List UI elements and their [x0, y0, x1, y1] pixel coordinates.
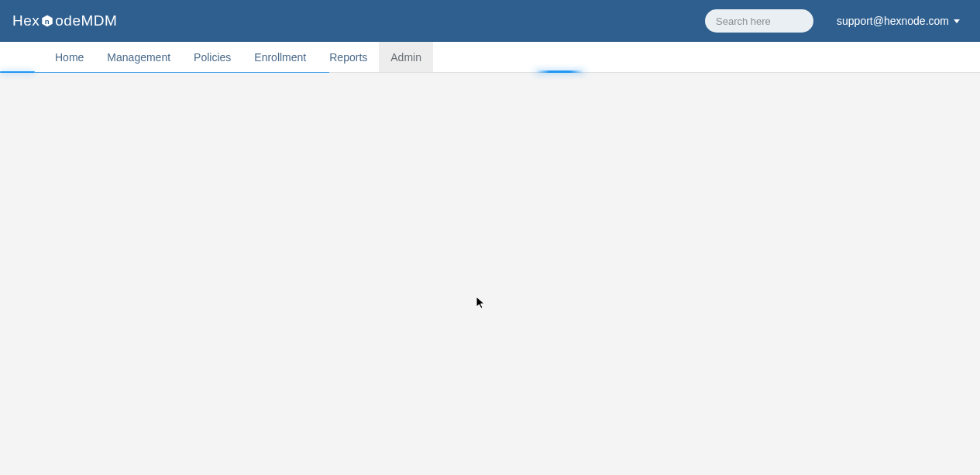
nav-label: Reports: [329, 51, 367, 64]
nav-label: Management: [107, 51, 170, 64]
brand-product: MDM: [81, 12, 118, 29]
brand-text-suffix: ode: [55, 12, 81, 29]
user-menu[interactable]: support@hexnode.com: [837, 15, 968, 27]
nav-label: Admin: [390, 51, 421, 64]
nav-policies[interactable]: Policies: [182, 42, 242, 72]
main-nav: Home Management Policies Enrollment Repo…: [0, 42, 980, 73]
user-email: support@hexnode.com: [837, 15, 949, 27]
nav-reports[interactable]: Reports: [318, 42, 379, 72]
nav-home[interactable]: Home: [43, 42, 95, 72]
loading-indicator: [535, 71, 585, 73]
main-content: [0, 73, 980, 475]
svg-text:n: n: [45, 17, 50, 26]
search-input[interactable]: [716, 15, 803, 27]
brand-logo[interactable]: Hex n ode MDM: [12, 12, 117, 29]
brand-text-prefix: Hex: [12, 12, 40, 29]
loading-indicator: [35, 72, 329, 73]
nav-label: Policies: [194, 51, 231, 64]
top-bar: Hex n ode MDM support@hexnode.com: [0, 0, 980, 42]
nav-label: Home: [55, 51, 84, 64]
loading-indicator: [0, 71, 35, 73]
nav-enrollment[interactable]: Enrollment: [242, 42, 318, 72]
hexagon-icon: n: [40, 14, 54, 28]
nav-management[interactable]: Management: [95, 42, 182, 72]
chevron-down-icon: [954, 19, 960, 23]
nav-admin[interactable]: Admin: [379, 42, 433, 72]
search-container[interactable]: [705, 9, 813, 33]
nav-label: Enrollment: [254, 51, 306, 64]
